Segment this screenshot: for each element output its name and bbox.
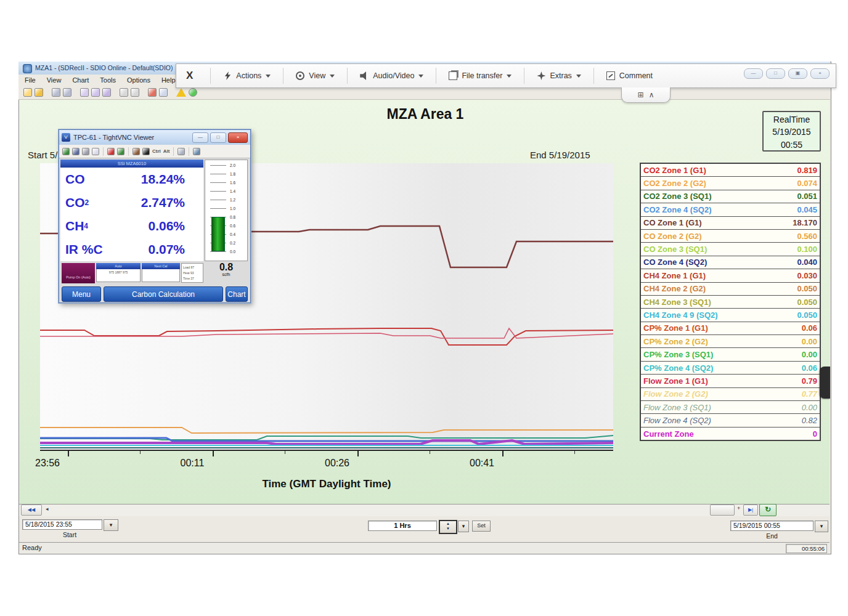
toolbar-collapse-tab[interactable]: ⊞∧ — [621, 87, 671, 103]
legend-row[interactable]: CP% Zone 4 (SQ2)0.06 — [641, 362, 820, 375]
gas-readings-panel: CO18.24%CO22.747%CH40.06%IR %C0.07% — [60, 168, 203, 261]
legend-row[interactable]: CO Zone 4 (SQ2)0.040 — [641, 256, 820, 269]
connection-info-icon[interactable] — [92, 148, 99, 155]
step-back-button[interactable]: ◀◀ — [21, 505, 42, 516]
session-close-button[interactable]: × — [810, 68, 830, 79]
legend-row[interactable]: CO2 Zone 1 (G1)0.819 — [641, 164, 820, 177]
ctrl-key[interactable]: Ctrl — [152, 148, 161, 154]
legend-row[interactable]: CO2 Zone 3 (SQ1)0.051 — [641, 190, 820, 203]
session-comment-button[interactable]: Comment — [600, 71, 659, 80]
chart-button[interactable]: Chart — [226, 286, 248, 302]
duration-dropdown[interactable]: ▾ — [458, 521, 469, 532]
menu-options[interactable]: Options — [127, 76, 150, 84]
step-forward-button[interactable]: ▶| — [743, 505, 758, 516]
new-file-icon[interactable] — [23, 88, 32, 97]
legend-row[interactable]: CO2 Zone 4 (SQ2)0.045 — [641, 203, 820, 216]
pen-alt-icon[interactable] — [131, 88, 139, 97]
time-scrollbar[interactable] — [19, 504, 830, 517]
zoom-in-icon[interactable] — [193, 148, 200, 155]
gauge-tick — [210, 251, 226, 252]
report-icon[interactable] — [91, 88, 100, 97]
legend-row[interactable]: CP% Zone 3 (SQ1)0.00 — [641, 348, 820, 361]
gauge-tick — [210, 165, 226, 166]
save-all-icon[interactable] — [63, 88, 71, 97]
legend-row[interactable]: CP% Zone 1 (G1)0.06 — [641, 322, 820, 335]
session-view-button[interactable]: View — [290, 71, 341, 80]
legend-row[interactable]: CO Zone 3 (SQ1)0.100 — [641, 243, 820, 256]
go-icon[interactable] — [189, 88, 197, 97]
legend-row[interactable]: Flow Zone 3 (SQ1)0.00 — [641, 401, 820, 414]
session-audio-video-button[interactable]: Audio/Video — [354, 71, 430, 80]
pause-icon[interactable] — [107, 148, 115, 155]
session-fullscreen-button[interactable]: ▣ — [788, 68, 807, 79]
expand-toolbar-icon[interactable]: ⊞ — [638, 91, 644, 99]
legend-value: 0.06 — [802, 363, 817, 373]
set-button[interactable]: Set — [472, 521, 491, 532]
menu-view[interactable]: View — [47, 76, 62, 84]
legend-row[interactable]: CO Zone 2 (G2)0.560 — [641, 230, 820, 243]
chart-end-label: End 5/19/2015 — [530, 150, 590, 160]
export-icon[interactable] — [102, 88, 111, 97]
legend-row[interactable]: CO2 Zone 2 (G2)0.074 — [641, 177, 820, 190]
session-file-transfer-button[interactable]: File transfer — [442, 71, 518, 80]
warning-icon[interactable] — [176, 88, 186, 97]
chevron-down-icon — [576, 75, 581, 78]
session-minimize-button[interactable]: — — [744, 68, 763, 79]
vnc-minimize-button[interactable]: — — [192, 132, 208, 143]
send-keys-icon[interactable] — [142, 148, 150, 155]
save-icon[interactable] — [52, 88, 60, 97]
legend-row[interactable]: CH4 Zone 1 (G1)0.030 — [641, 269, 820, 282]
x-major-tick — [502, 451, 504, 456]
alt-key[interactable]: Alt — [163, 148, 170, 154]
go-refresh-button[interactable]: ↻ — [759, 504, 777, 516]
collapse-toolbar-icon[interactable]: ∧ — [649, 91, 654, 99]
scroll-left-arrow[interactable]: ◂ — [46, 506, 49, 512]
scroll-right-arrow[interactable]: + — [737, 505, 740, 511]
menu-help[interactable]: Help — [161, 76, 176, 84]
vnc-titlebar[interactable]: V TPC-61 - TightVNC Viewer —□× — [59, 130, 250, 145]
start-calendar-dropdown[interactable]: ▾ — [104, 519, 118, 531]
vnc-remote-screen[interactable]: SSi MZA6010 CO18.24%CO22.747%CH40.06%IR … — [59, 158, 250, 302]
open-folder-icon[interactable] — [35, 88, 43, 97]
screenshot-icon[interactable] — [132, 148, 140, 155]
grid-icon[interactable] — [148, 88, 157, 97]
flow-value: 0.8 scfh — [205, 262, 248, 277]
pump-status-box[interactable]: Pump On (Auto) — [62, 263, 95, 283]
duration-spinner[interactable]: ▲▼ — [439, 520, 457, 534]
menu-button[interactable]: Menu — [62, 286, 101, 302]
sheet-icon[interactable] — [80, 88, 89, 97]
legend-row[interactable]: Flow Zone 2 (G2)0.77 — [641, 388, 820, 401]
vnc-maximize-button[interactable]: □ — [210, 132, 226, 143]
legend-row[interactable]: CH4 Zone 4 9 (SQ2)0.050 — [641, 309, 820, 322]
legend-row[interactable]: Flow Zone 4 (SQ2)0.82 — [641, 414, 820, 427]
carbon-calculation-button[interactable]: Carbon Calculation — [104, 286, 223, 302]
session-actions-button[interactable]: Actions — [217, 71, 277, 80]
menu-file[interactable]: File — [25, 76, 36, 84]
reconnect-icon[interactable] — [62, 148, 70, 155]
duration-input[interactable]: 1 Hrs — [368, 521, 437, 531]
pen-icon[interactable] — [120, 88, 128, 97]
end-calendar-dropdown[interactable]: ▾ — [815, 521, 828, 532]
legend-row[interactable]: CP% Zone 2 (G2)0.00 — [641, 335, 820, 348]
vnc-close-button[interactable]: × — [228, 132, 248, 143]
session-extras-button[interactable]: Extras — [531, 71, 587, 80]
legend-row[interactable]: CH4 Zone 3 (SQ1)0.050 — [641, 296, 820, 309]
scroll-thumb-button[interactable] — [710, 505, 735, 516]
legend-row[interactable]: CH4 Zone 2 (G2)0.050 — [641, 283, 820, 296]
search-icon[interactable] — [159, 88, 168, 97]
save-session-icon[interactable] — [72, 148, 80, 155]
connection-options-icon[interactable] — [82, 148, 89, 155]
end-datetime-input[interactable]: 5/19/2015 00:55 — [730, 521, 813, 531]
session-restore-button[interactable]: □ — [766, 68, 785, 79]
legend-row[interactable]: Current Zone0 — [641, 428, 820, 440]
legend-row[interactable]: CO Zone 1 (G1)18.170 — [641, 217, 820, 230]
start-datetime-input[interactable]: 5/18/2015 23:55 — [22, 519, 102, 530]
menu-chart[interactable]: Chart — [72, 76, 89, 84]
menu-tools[interactable]: Tools — [100, 76, 116, 84]
edge-tab[interactable] — [820, 367, 830, 399]
divider — [283, 68, 283, 84]
legend-row[interactable]: Flow Zone 1 (G1)0.79 — [641, 375, 820, 387]
realtime-time: 00:55 — [764, 139, 820, 151]
refresh-icon[interactable] — [117, 148, 124, 155]
clipboard-icon[interactable] — [177, 148, 185, 155]
